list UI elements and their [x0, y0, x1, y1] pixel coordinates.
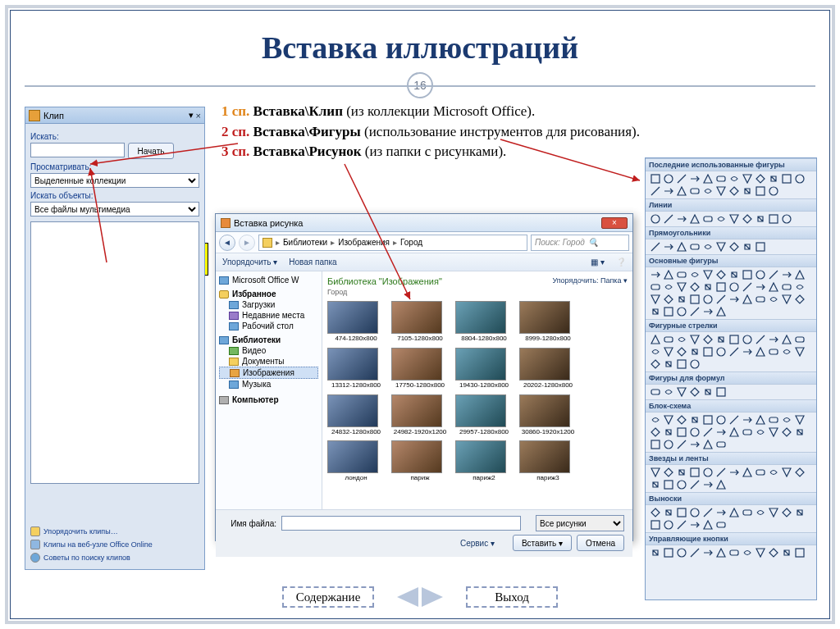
- shape-item[interactable]: [741, 269, 753, 280]
- shape-item[interactable]: [767, 281, 779, 293]
- shape-item[interactable]: [701, 519, 714, 531]
- shape-item[interactable]: [701, 507, 714, 518]
- shape-item[interactable]: [701, 294, 714, 305]
- shape-item[interactable]: [701, 467, 714, 478]
- shape-item[interactable]: [767, 213, 779, 225]
- shape-item[interactable]: [767, 294, 779, 305]
- shape-item[interactable]: [675, 467, 687, 478]
- thumbnail[interactable]: 13312-1280x800: [327, 348, 385, 390]
- clip-browse-select[interactable]: Выделенные коллекции: [30, 173, 199, 188]
- shape-item[interactable]: [741, 241, 753, 253]
- shape-item[interactable]: [714, 479, 727, 490]
- shape-item[interactable]: [754, 507, 766, 518]
- thumbnail[interactable]: 474-1280x800: [327, 301, 385, 343]
- shape-item[interactable]: [780, 547, 792, 558]
- shape-item[interactable]: [714, 439, 727, 450]
- shape-item[interactable]: [675, 426, 687, 438]
- shape-item[interactable]: [662, 547, 674, 558]
- shape-item[interactable]: [662, 241, 674, 253]
- shape-item[interactable]: [714, 269, 727, 280]
- shape-item[interactable]: [701, 414, 714, 426]
- shape-item[interactable]: [662, 467, 674, 478]
- shape-item[interactable]: [714, 281, 727, 293]
- shape-item[interactable]: [649, 173, 661, 185]
- nav-back-button[interactable]: ◄: [219, 235, 235, 251]
- shape-item[interactable]: [688, 386, 701, 398]
- shape-item[interactable]: [675, 414, 687, 426]
- shape-item[interactable]: [754, 346, 766, 358]
- shape-item[interactable]: [688, 269, 701, 280]
- shape-item[interactable]: [649, 414, 661, 426]
- clip-search-input[interactable]: [30, 143, 125, 157]
- shape-item[interactable]: [662, 479, 674, 490]
- shape-item[interactable]: [754, 213, 766, 225]
- shape-item[interactable]: [675, 185, 687, 197]
- toolbar-help-icon[interactable]: ❔: [616, 258, 626, 267]
- dialog-search-input[interactable]: Поиск: Город 🔍: [531, 235, 629, 251]
- shape-item[interactable]: [714, 386, 727, 398]
- filetype-select[interactable]: Все рисунки: [536, 515, 624, 531]
- clip-link-organize[interactable]: Упорядочить клипы…: [30, 525, 199, 538]
- shape-item[interactable]: [728, 173, 740, 185]
- shape-item[interactable]: [728, 467, 740, 478]
- service-dropdown[interactable]: Сервис ▾: [460, 539, 495, 548]
- shape-item[interactable]: [714, 334, 727, 345]
- shape-item[interactable]: [662, 426, 674, 438]
- shape-item[interactable]: [701, 479, 714, 490]
- toolbar-organize[interactable]: Упорядочить ▾: [222, 258, 277, 267]
- shape-item[interactable]: [649, 346, 661, 358]
- crumb-2[interactable]: Город: [400, 238, 422, 247]
- shape-item[interactable]: [728, 334, 740, 345]
- shape-item[interactable]: [780, 346, 792, 358]
- shape-item[interactable]: [728, 213, 740, 225]
- shape-item[interactable]: [793, 414, 806, 426]
- prev-arrow-icon[interactable]: [397, 587, 418, 607]
- shape-item[interactable]: [675, 213, 687, 225]
- shape-item[interactable]: [649, 269, 661, 280]
- shape-item[interactable]: [675, 479, 687, 490]
- shape-item[interactable]: [675, 294, 687, 305]
- shape-item[interactable]: [701, 173, 714, 185]
- shapes-gallery[interactable]: Последние использованные фигурыЛинииПрям…: [645, 157, 817, 600]
- shape-item[interactable]: [675, 241, 687, 253]
- shape-item[interactable]: [754, 294, 766, 305]
- shape-item[interactable]: [688, 241, 701, 253]
- shape-item[interactable]: [675, 547, 687, 558]
- shape-item[interactable]: [754, 241, 766, 253]
- shape-item[interactable]: [688, 439, 701, 450]
- shape-item[interactable]: [662, 173, 674, 185]
- shape-item[interactable]: [741, 467, 753, 478]
- shape-item[interactable]: [714, 306, 727, 317]
- shape-item[interactable]: [754, 173, 766, 185]
- shape-item[interactable]: [714, 467, 727, 478]
- shape-item[interactable]: [728, 414, 740, 426]
- shape-item[interactable]: [688, 346, 701, 358]
- shape-item[interactable]: [714, 185, 727, 197]
- shape-item[interactable]: [701, 213, 714, 225]
- shape-item[interactable]: [754, 467, 766, 478]
- shape-item[interactable]: [649, 281, 661, 293]
- shape-item[interactable]: [741, 173, 753, 185]
- shape-item[interactable]: [741, 294, 753, 305]
- shape-item[interactable]: [780, 414, 792, 426]
- shape-item[interactable]: [741, 185, 753, 197]
- shape-item[interactable]: [649, 334, 661, 345]
- shape-item[interactable]: [662, 439, 674, 450]
- shape-item[interactable]: [649, 519, 661, 531]
- shape-item[interactable]: [767, 173, 779, 185]
- shape-item[interactable]: [728, 241, 740, 253]
- shape-item[interactable]: [688, 426, 701, 438]
- shape-item[interactable]: [714, 294, 727, 305]
- shape-item[interactable]: [741, 346, 753, 358]
- shape-item[interactable]: [728, 547, 740, 558]
- shape-item[interactable]: [728, 346, 740, 358]
- shape-item[interactable]: [767, 507, 779, 518]
- thumbnail[interactable]: лондон: [327, 440, 385, 482]
- shape-item[interactable]: [754, 269, 766, 280]
- shape-item[interactable]: [662, 358, 674, 370]
- shape-item[interactable]: [741, 213, 753, 225]
- shape-item[interactable]: [714, 414, 727, 426]
- shape-item[interactable]: [741, 334, 753, 345]
- shape-item[interactable]: [675, 281, 687, 293]
- shape-item[interactable]: [662, 213, 674, 225]
